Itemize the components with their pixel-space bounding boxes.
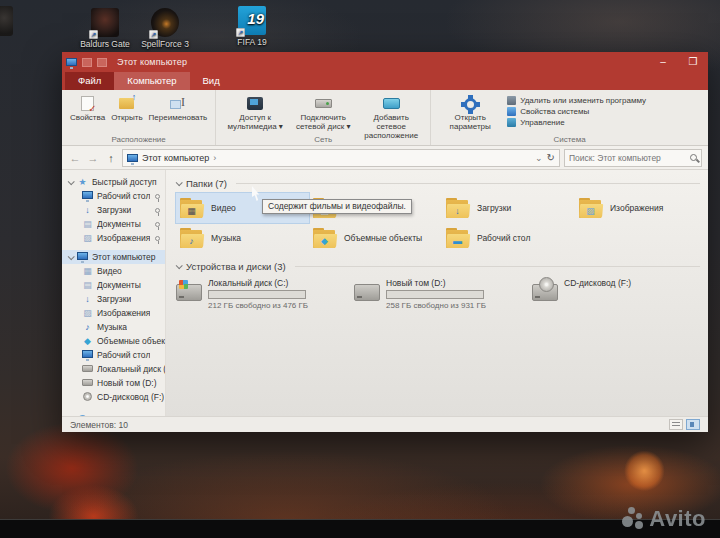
avito-logo-icon [622, 507, 644, 531]
sidebar-item-label: Сеть [92, 415, 111, 416]
laptop-bezel [0, 519, 720, 538]
desktop-icon-baldurs-gate[interactable]: ↗ Baldurs Gate [72, 8, 138, 49]
details-view-button[interactable] [669, 419, 683, 430]
window-title: Этот компьютер [117, 57, 187, 67]
breadcrumb-text[interactable]: Этот компьютер [142, 153, 209, 163]
explorer-window: Этот компьютер – ❐ Файл Компьютер Вид Св… [62, 52, 708, 432]
sidebar-item-documents-pinned[interactable]: ▤ Документы [62, 217, 165, 231]
properties-button[interactable]: Свойства [70, 94, 105, 123]
open-settings-button[interactable]: Открыть параметры [439, 94, 501, 132]
tab-view[interactable]: Вид [190, 72, 233, 90]
baldurs-gate-icon: ↗ [91, 8, 119, 37]
rename-button[interactable]: Переименовать [149, 94, 208, 123]
uninstall-program-button[interactable]: Удалить или изменить программу [507, 96, 646, 105]
folder-icon: ▬ [446, 228, 471, 248]
breadcrumb[interactable]: Этот компьютер › ⌄ ↻ [122, 149, 560, 167]
folder-tile-3d-objects[interactable]: ◆ Объемные объекты [309, 223, 442, 253]
tab-computer[interactable]: Компьютер [114, 72, 189, 90]
chevron-down-icon[interactable] [176, 179, 183, 186]
search-input[interactable] [569, 153, 690, 163]
title-bar[interactable]: Этот компьютер – ❐ [62, 52, 708, 72]
pin-icon [155, 222, 160, 227]
sidebar-item-new-volume-d[interactable]: Новый том (D:) [62, 376, 165, 390]
chevron-down-icon[interactable] [176, 262, 183, 269]
this-pc-icon [66, 58, 77, 66]
desktop-icon-spellforce-3[interactable]: ↗ SpellForce 3 [132, 8, 198, 49]
folder-tile-downloads[interactable]: ↓ Загрузки [442, 193, 575, 223]
qat-button-1[interactable] [82, 58, 92, 67]
sidebar-item-local-disk-c[interactable]: Локальный диск (C:) [62, 362, 165, 376]
forward-button[interactable]: → [86, 152, 100, 164]
devices-section-header[interactable]: Устройства и диски (3) [176, 261, 700, 272]
icons-view-button[interactable] [686, 419, 700, 430]
ribbon-tabs: Файл Компьютер Вид [62, 72, 708, 90]
partial-desktop-icon[interactable] [0, 6, 13, 36]
qat-button-2[interactable] [97, 58, 107, 67]
watermark: Avito [622, 506, 706, 532]
sidebar-item-downloads-pinned[interactable]: ↓ Загрузки [62, 203, 165, 217]
media-access-button[interactable]: Доступ к мультимедиа ▾ [224, 94, 286, 132]
shortcut-arrow-icon: ↗ [236, 28, 245, 37]
shortcut-arrow-icon: ↗ [89, 30, 98, 39]
disk-icon [82, 365, 93, 372]
drive-tile-f[interactable]: CD-дисковод (F:) [532, 276, 631, 310]
sidebar-item-desktop[interactable]: Рабочий стол [62, 348, 165, 362]
folder-label: Видео [211, 203, 236, 213]
computer-icon [77, 252, 88, 260]
tab-file[interactable]: Файл [65, 72, 114, 90]
quick-access-icon: ★ [77, 177, 88, 187]
maximize-button[interactable]: ❐ [678, 52, 708, 72]
sidebar-item-this-pc[interactable]: Этот компьютер [62, 250, 165, 264]
chevron-down-icon[interactable] [68, 253, 75, 260]
sidebar-item-quick-access[interactable]: ★ Быстрый доступ [62, 175, 165, 189]
folder-tile-pictures[interactable]: ▨ Изображения [575, 193, 708, 223]
drive-tile-c[interactable]: Локальный диск (C:) 212 ГБ свободно из 4… [176, 276, 354, 310]
section-title: Папки (7) [186, 178, 227, 189]
folder-label: Изображения [610, 203, 663, 213]
sidebar-item-pictures[interactable]: ▨ Изображения [62, 306, 165, 320]
folders-section-header[interactable]: Папки (7) [176, 178, 700, 189]
folder-label: Рабочий стол [477, 233, 530, 243]
system-properties-button[interactable]: Свойства системы [507, 107, 646, 116]
button-label: Переименовать [149, 114, 208, 123]
sidebar-item-3d-objects[interactable]: ◆ Объемные объекты [62, 334, 165, 348]
sidebar-item-cd-drive-f[interactable]: CD-дисковод (F:) [62, 390, 165, 404]
manage-button[interactable]: Управление [507, 118, 646, 127]
sidebar-item-documents[interactable]: ▤ Документы [62, 278, 165, 292]
watermark-text: Avito [649, 506, 706, 532]
folder-icon: ▨ [579, 198, 604, 218]
link-label: Управление [520, 118, 564, 127]
picture-icon: ▨ [82, 308, 93, 318]
disk-icon [82, 379, 93, 386]
drive-tile-d[interactable]: Новый том (D:) 258 ГБ свободно из 931 ГБ [354, 276, 532, 310]
network-icon [78, 415, 87, 417]
sidebar-item-pictures-pinned[interactable]: ▨ Изображения [62, 231, 165, 245]
address-dropdown-icon[interactable]: ⌄ [535, 153, 543, 163]
music-icon: ♪ [82, 322, 93, 332]
screen-photo: ↗ Baldurs Gate ↗ SpellForce 3 19 ↗ FIFA … [0, 0, 720, 538]
sidebar-item-label: Документы [97, 219, 141, 229]
desktop-icon-fifa-19[interactable]: 19 ↗ FIFA 19 [219, 6, 285, 47]
minimize-button[interactable]: – [648, 52, 678, 72]
open-button[interactable]: Открыть [111, 94, 142, 123]
map-network-drive-button[interactable]: Подключить сетевой диск ▾ [292, 94, 354, 132]
sidebar-item-label: Рабочий стол [97, 350, 150, 360]
add-network-location-button[interactable]: Добавить сетевое расположение [360, 94, 422, 140]
up-button[interactable]: ↑ [104, 152, 118, 164]
ribbon-group-system: Открыть параметры Удалить или изменить п… [431, 90, 708, 145]
sidebar-item-downloads[interactable]: ↓ Загрузки [62, 292, 165, 306]
content-pane: Папки (7) ▦ Видео ▤ Документы ↓ Загрузки [166, 170, 708, 416]
search-box[interactable] [564, 149, 702, 167]
sidebar-item-videos[interactable]: ▦ Видео [62, 264, 165, 278]
chevron-down-icon[interactable] [68, 178, 75, 185]
sidebar-item-music[interactable]: ♪ Музыка [62, 320, 165, 334]
drive-name: Локальный диск (C:) [208, 278, 308, 288]
sidebar-item-desktop-pinned[interactable]: Рабочий стол [62, 189, 165, 203]
sidebar-item-network[interactable]: Сеть [62, 413, 165, 416]
folder-tile-music[interactable]: ♪ Музыка [176, 223, 309, 253]
folder-tile-desktop[interactable]: ▬ Рабочий стол [442, 223, 575, 253]
devices-grid: Локальный диск (C:) 212 ГБ свободно из 4… [176, 276, 700, 310]
cd-drive-icon [532, 284, 558, 301]
back-button[interactable]: ← [68, 152, 82, 164]
refresh-icon[interactable]: ↻ [547, 152, 555, 163]
